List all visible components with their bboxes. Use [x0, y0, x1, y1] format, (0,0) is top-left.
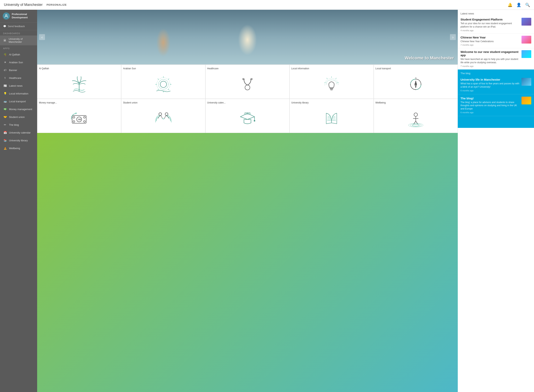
app-tile-name: Al Qafilah — [39, 67, 49, 70]
hero-banner: ‹ › Welcome to Manchester — [37, 10, 458, 64]
svg-point-46 — [254, 120, 255, 121]
news-item-content: Welcome to our new student engagement ap… — [461, 50, 520, 67]
blog-item-thumbnail — [521, 97, 531, 104]
svg-line-7 — [158, 79, 159, 80]
palm-icon — [39, 71, 119, 97]
banner-icon: 🏷 — [3, 68, 7, 72]
sidebar-item-al-qafilah[interactable]: 🌴 Al Qafilah — [0, 51, 37, 58]
svg-line-20 — [336, 78, 337, 79]
news-item-thumbnail — [521, 36, 531, 43]
news-item-title: Student Engagement Platform — [461, 18, 520, 21]
app-tile-name: Arabian Sun — [123, 67, 136, 70]
svg-line-8 — [168, 79, 169, 80]
hero-navigation: ‹ › — [37, 34, 458, 40]
stethoscope-icon — [207, 71, 288, 97]
main-panel: ‹ › Welcome to Manchester Al Qafilah — [37, 10, 458, 392]
header: University of Manchester PERSONALIZE 🔔 👤… — [0, 0, 534, 10]
svg-line-50 — [327, 119, 331, 119]
green-footer — [37, 133, 458, 392]
local-info-icon: 💡 — [3, 92, 7, 95]
app-tile-al-qafilah[interactable]: Al Qafilah — [37, 65, 121, 99]
svg-point-38 — [84, 116, 86, 118]
app-tile-name: Money manage... — [39, 101, 57, 104]
app-tile-wellbeing[interactable]: Wellbeing — [374, 99, 458, 133]
feedback-icon: 💬 — [3, 25, 6, 28]
news-item-title: Chinese New Year — [461, 36, 520, 39]
news-item[interactable]: Student Engagement Platform Tell us your… — [458, 16, 534, 34]
news-item-thumbnail — [521, 18, 531, 26]
latest-news-icon: 📰 — [3, 84, 7, 88]
notifications-icon[interactable]: 🔔 — [508, 3, 512, 7]
app-tile-healthcare[interactable]: Healthcare — [205, 65, 290, 99]
sidebar-item-the-blog[interactable]: ✏ The blog — [0, 121, 37, 129]
sidebar-item-banner[interactable]: 🏷 Banner — [0, 66, 37, 74]
svg-point-13 — [245, 85, 250, 90]
sidebar-item-university-library[interactable]: 📚 University library — [0, 136, 37, 144]
svg-text:N: N — [415, 77, 416, 79]
blog-icon: ✏ — [3, 123, 7, 127]
university-icon: 🏛 — [3, 38, 7, 42]
blog-item[interactable]: University life in Manchester What has a… — [458, 75, 534, 94]
sidebar-item-wellbeing[interactable]: 🧘 Wellbeing — [0, 144, 37, 152]
app-tile-university-calendar[interactable]: University calen... — [205, 99, 290, 133]
app-tile-student-union[interactable]: Student union — [121, 99, 205, 133]
sidebar-logo-text: Professional Development — [12, 13, 28, 19]
news-item-time: 7 months ago — [461, 44, 520, 46]
blog-item-time: 6 months ago — [461, 111, 520, 114]
news-item-content: Student Engagement Platform Tell us your… — [461, 18, 520, 32]
account-icon[interactable]: 👤 — [516, 3, 521, 7]
sidebar-item-healthcare[interactable]: ⚕ Healthcare — [0, 74, 37, 82]
app-tile-money-management[interactable]: Money manage... SR — [37, 99, 121, 133]
news-item-desc: Chinese New Year Celebrations — [461, 40, 520, 43]
header-icons: 🔔 👤 🔍 — [508, 3, 530, 7]
library-icon: 📚 — [3, 138, 7, 142]
personalize-button[interactable]: PERSONALIZE — [47, 3, 67, 6]
blog-item-time: 6 months ago — [461, 89, 520, 92]
news-section-label: Latest news — [458, 10, 534, 16]
sidebar: Professional Development 💬 Send feedback… — [0, 10, 37, 392]
app-tile-local-transport[interactable]: Local transport — [374, 65, 458, 99]
svg-point-40 — [84, 121, 86, 122]
blog-item-title: University life in Manchester — [461, 78, 520, 81]
app-tile-arabian-sun[interactable]: Arabian Sun — [121, 65, 205, 99]
money-icon: SR — [39, 106, 119, 131]
hero-prev-button[interactable]: ‹ — [39, 34, 45, 40]
main-layout: Professional Development 💬 Send feedback… — [0, 10, 534, 392]
app-tile-name: Local information — [291, 67, 309, 70]
news-section: Latest news Student Engagement Platform … — [458, 10, 534, 70]
sidebar-item-local-transport[interactable]: 🚌 Local transport — [0, 98, 37, 105]
sidebar-item-money-management[interactable]: 💵 Money management — [0, 105, 37, 113]
sidebar-item-university-calendar[interactable]: 📅 University calendar — [0, 129, 37, 136]
svg-line-19 — [327, 78, 328, 79]
svg-point-37 — [73, 116, 75, 118]
svg-line-60 — [416, 121, 418, 124]
content-body: ‹ › Welcome to Manchester Al Qafilah — [37, 10, 534, 392]
calendar-icon: 📅 — [3, 131, 7, 135]
news-item-desc: Tell us your idea for our new student en… — [461, 22, 520, 28]
app-tile-name: Student union — [123, 101, 137, 104]
blog-item[interactable]: The blog! The blog' a place for advisors… — [458, 94, 534, 116]
sidebar-item-local-information[interactable]: 💡 Local information — [0, 90, 37, 98]
handshake-icon — [123, 106, 204, 131]
sidebar-item-student-union[interactable]: 🤝 Student union — [0, 113, 37, 121]
app-tile-university-library[interactable]: University library — [290, 99, 373, 133]
sidebar-item-latest-news[interactable]: 📰 Latest news — [0, 82, 37, 90]
app-tile-local-information[interactable]: Local information — [290, 65, 373, 99]
news-item[interactable]: Welcome to our new student engagement ap… — [458, 48, 534, 70]
app-logo-icon — [3, 13, 10, 19]
content-area: ‹ › Welcome to Manchester Al Qafilah — [37, 10, 534, 392]
arabian-sun-icon: ☀ — [3, 60, 7, 64]
svg-point-0 — [5, 14, 7, 16]
sidebar-item-arabian-sun[interactable]: ☀ Arabian Sun — [0, 58, 37, 66]
news-item[interactable]: Chinese New Year Chinese New Year Celebr… — [458, 34, 534, 48]
al-qafilah-icon: 🌴 — [3, 52, 7, 56]
svg-line-59 — [414, 121, 416, 124]
svg-marker-28 — [415, 84, 416, 88]
send-feedback-button[interactable]: 💬 Send feedback — [0, 23, 37, 30]
svg-line-10 — [168, 89, 169, 90]
hero-next-button[interactable]: › — [450, 34, 456, 40]
sidebar-item-university[interactable]: 🏛 University of Manchester — [0, 36, 37, 45]
blog-item-desc: The blog' a place for advisors and stude… — [461, 101, 520, 111]
search-icon[interactable]: 🔍 — [525, 3, 530, 7]
svg-text:SR: SR — [78, 118, 81, 121]
